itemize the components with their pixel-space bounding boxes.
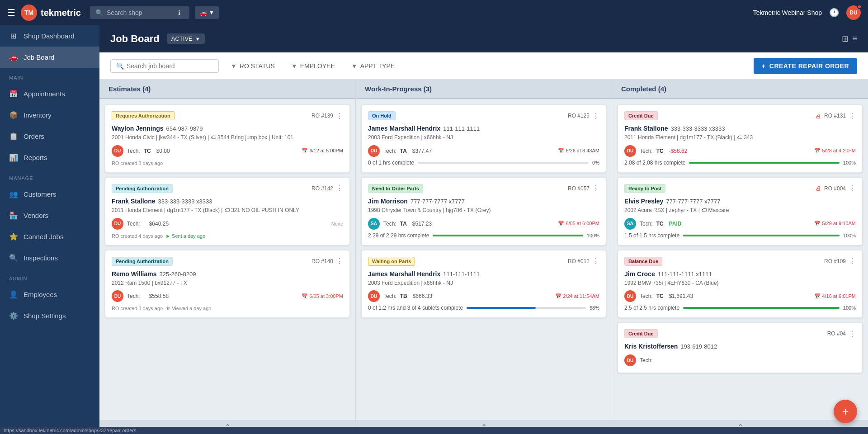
customer-name[interactable]: Jim Morrison: [368, 198, 408, 205]
global-search-input[interactable]: [107, 9, 175, 16]
shop-name[interactable]: Tekmetric Webinar Shop: [753, 9, 822, 16]
progress-text: 0 of 1.2 hrs and 3 of 4 sublets complete: [368, 305, 463, 311]
table-row[interactable]: Credit Due RO #04 ⋮ Kris Kristoffersen 1…: [618, 322, 863, 373]
sidebar-item-reports[interactable]: 📊 Reports: [0, 147, 99, 168]
hamburger-menu[interactable]: ☰: [7, 7, 15, 18]
sidebar-section-manage: MANAGE: [0, 168, 99, 184]
vehicle-info: 2012 Ram 1500 | bx91277 - TX: [112, 279, 343, 287]
sidebar-item-canned-jobs[interactable]: ⭐ Canned Jobs: [0, 226, 99, 247]
appt-type-filter[interactable]: ▼ APPT TYPE: [347, 60, 399, 72]
avatar: DU: [624, 290, 636, 302]
sidebar-item-shop-dashboard[interactable]: ⊞ Shop Dashboard: [0, 25, 99, 47]
sidebar-label-job-board: Job Board: [24, 53, 54, 61]
card-menu-icon[interactable]: ⋮: [849, 330, 856, 338]
vehicle-info: 1998 Chrysler Town & Country | hjg786 - …: [368, 207, 599, 214]
card-menu-icon[interactable]: ⋮: [592, 257, 599, 265]
progress-row: 0 of 1 hrs complete 0%: [368, 160, 599, 166]
customer-name[interactable]: Elvis Presley: [624, 198, 663, 205]
table-row[interactable]: Credit Due 🖨 RO #131 ⋮ Frank Stallone 33…: [618, 104, 863, 173]
info-icon[interactable]: ℹ: [178, 9, 180, 16]
sidebar-item-customers[interactable]: 👥 Customers: [0, 184, 99, 205]
customer-row: Elvis Presley 777-777-7777 x7777: [624, 198, 856, 206]
progress-percent: 58%: [590, 305, 599, 311]
sidebar-item-inventory[interactable]: 📦 Inventory: [0, 104, 99, 126]
ro-status-filter[interactable]: ▼ RO STATUS: [226, 60, 279, 72]
user-avatar-area[interactable]: DU: [846, 5, 861, 20]
global-search[interactable]: 🔍 ℹ: [90, 6, 189, 19]
sidebar-item-job-board[interactable]: 🚗 Job Board: [0, 47, 99, 68]
card-menu-icon[interactable]: ⋮: [336, 184, 343, 193]
progress-row: 0 of 1.2 hrs and 3 of 4 sublets complete…: [368, 305, 599, 311]
table-row[interactable]: On Hold RO #125 ⋮ James Marshall Hendrix…: [361, 104, 606, 173]
clock-icon[interactable]: 🕐: [829, 8, 839, 18]
progress-bar-outer: [683, 235, 840, 236]
customer-name[interactable]: James Marshall Hendrix: [368, 125, 440, 132]
card-menu-icon[interactable]: ⋮: [849, 112, 856, 120]
card-top-right: RO #04 ⋮: [827, 330, 856, 338]
customer-name[interactable]: James Marshall Hendrix: [368, 270, 440, 278]
create-repair-order-button[interactable]: + CREATE REPAIR ORDER: [754, 58, 857, 74]
card-footer: RO created 4 days ago► Sent a day ago: [112, 233, 343, 239]
print-icon[interactable]: 🖨: [816, 113, 821, 119]
employee-label: EMPLOYEE: [300, 62, 335, 70]
table-row[interactable]: Waiting on Parts RO #012 ⋮ James Marshal…: [361, 250, 606, 318]
sidebar-item-appointments[interactable]: 📅 Appointments: [0, 83, 99, 104]
ro-status-filter-icon: ▼: [231, 62, 237, 70]
col-header: Estimates (4): [99, 80, 355, 99]
status-tag: Balance Due: [624, 257, 662, 266]
customer-phone: 333-333-3333 x3333: [158, 198, 212, 205]
customer-name[interactable]: Frank Stallone: [624, 125, 668, 132]
card-menu-icon[interactable]: ⋮: [336, 257, 343, 265]
list-view-icon[interactable]: ≡: [852, 34, 857, 43]
logo: TM tekmetric: [21, 5, 81, 21]
sidebar-item-shop-settings[interactable]: ⚙️ Shop Settings: [0, 305, 99, 326]
table-row[interactable]: Pending Authorization RO #142 ⋮ Frank St…: [105, 177, 350, 245]
job-board-header: Job Board ACTIVE ▼ ⊞ ≡: [99, 25, 868, 52]
col-scroll[interactable]: Credit Due 🖨 RO #131 ⋮ Frank Stallone 33…: [612, 99, 868, 420]
vehicle-selector[interactable]: 🚗 ▼: [195, 6, 219, 19]
customer-name[interactable]: Waylon Jennings: [112, 125, 164, 132]
employee-filter-icon: ▼: [291, 62, 297, 70]
table-row[interactable]: Need to Order Parts RO #057 ⋮ Jim Morris…: [361, 177, 606, 245]
vehicle-info: 2003 Ford Expedition | x66hhk - NJ: [368, 134, 599, 142]
print-icon[interactable]: 🖨: [816, 185, 821, 192]
sidebar-item-employees[interactable]: 👤 Employees: [0, 284, 99, 305]
employee-filter[interactable]: ▼ EMPLOYEE: [287, 60, 340, 72]
search-icon: 🔍: [95, 9, 103, 16]
table-row[interactable]: Balance Due RO #109 ⋮ Jim Croce 111-111-…: [618, 250, 863, 318]
table-row[interactable]: Requires Authorization RO #139 ⋮ Waylon …: [105, 104, 350, 173]
sidebar-item-orders[interactable]: 📋 Orders: [0, 126, 99, 147]
card-menu-icon[interactable]: ⋮: [592, 184, 599, 193]
tech-label: Tech:: [640, 221, 653, 227]
customer-name[interactable]: Jim Croce: [624, 270, 655, 278]
search-job-board-input[interactable]: [127, 62, 208, 70]
customer-row: Frank Stallone 333-333-3333 x3333: [112, 198, 343, 206]
amount: $666.33: [413, 293, 432, 299]
sidebar-item-inspections[interactable]: 🔍 Inspections: [0, 247, 99, 269]
active-filter-badge[interactable]: ACTIVE ▼: [167, 33, 205, 44]
amount: $0.00: [156, 148, 170, 154]
customer-name[interactable]: Remo Williams: [112, 270, 156, 278]
job-board-search[interactable]: 🔍: [110, 59, 219, 73]
card-top: Credit Due 🖨 RO #131 ⋮: [624, 111, 856, 120]
sidebar-item-vendors[interactable]: 🏪 Vendors: [0, 205, 99, 226]
table-row[interactable]: Pending Authorization RO #140 ⋮ Remo Wil…: [105, 250, 350, 318]
customer-name[interactable]: Kris Kristoffersen: [624, 343, 678, 350]
col-scroll[interactable]: On Hold RO #125 ⋮ James Marshall Hendrix…: [356, 99, 612, 420]
table-row[interactable]: Ready to Post 🖨 RO #004 ⋮ Elvis Presley …: [618, 177, 863, 245]
card-menu-icon[interactable]: ⋮: [849, 257, 856, 265]
inspections-icon: 🔍: [9, 254, 17, 262]
grid-view-icon[interactable]: ⊞: [842, 34, 849, 44]
card-menu-icon[interactable]: ⋮: [336, 112, 343, 120]
fab-button[interactable]: +: [834, 400, 857, 423]
card-top: Ready to Post 🖨 RO #004 ⋮: [624, 184, 856, 193]
tech-code: TC: [656, 148, 664, 154]
card-menu-icon[interactable]: ⋮: [592, 112, 599, 120]
col-scroll[interactable]: Requires Authorization RO #139 ⋮ Waylon …: [99, 99, 355, 420]
tech-label: Tech:: [127, 221, 140, 227]
card-menu-icon[interactable]: ⋮: [849, 184, 856, 193]
amount: $640.25: [149, 221, 169, 227]
ro-number: RO #140: [311, 258, 333, 264]
customer-name[interactable]: Frank Stallone: [112, 198, 155, 205]
create-plus-icon: +: [762, 62, 766, 70]
